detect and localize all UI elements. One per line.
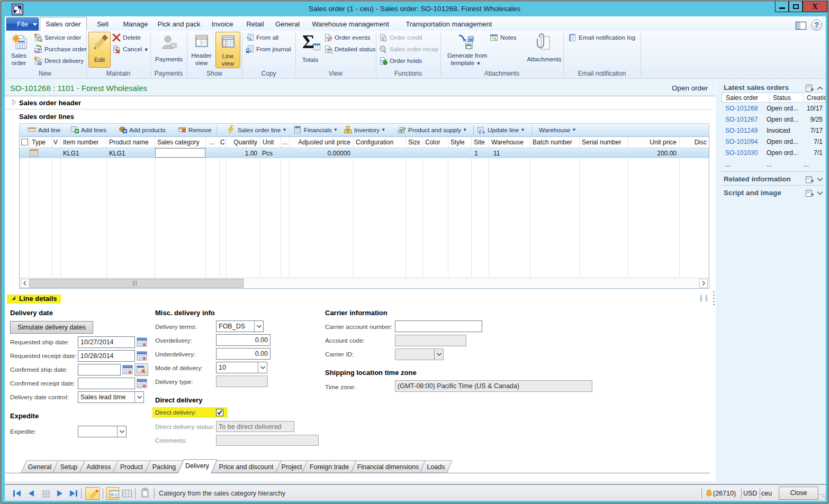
svg-text:Σ: Σ: [302, 32, 315, 52]
svg-text:W: W: [469, 37, 473, 42]
